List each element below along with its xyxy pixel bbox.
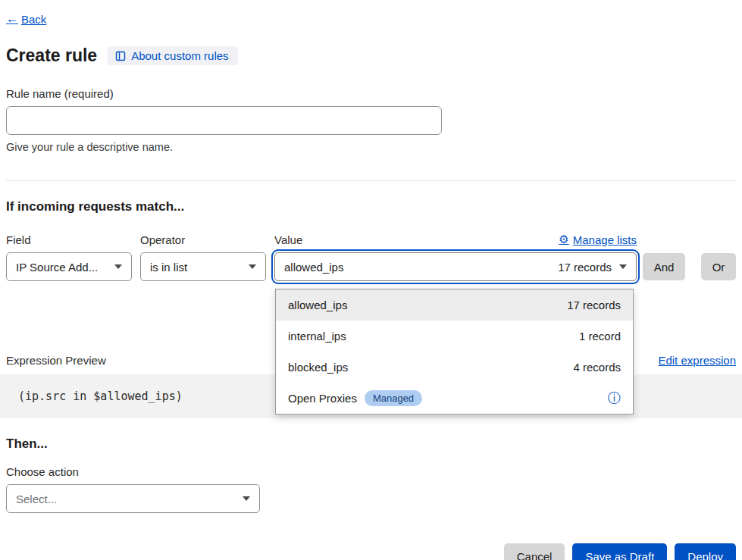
field-select-value: IP Source Add...: [16, 261, 107, 274]
back-link[interactable]: ← Back: [6, 12, 46, 26]
then-section-title: Then...: [6, 436, 736, 452]
value-select-records: 17 records: [558, 261, 612, 274]
choose-action-label: Choose action: [6, 465, 736, 478]
back-arrow-icon: ←: [6, 12, 18, 26]
list-item-blocked-ips[interactable]: blocked_ips 4 records: [276, 352, 633, 383]
footer-actions: Cancel Save as Draft Deploy: [6, 543, 736, 560]
list-item-name: allowed_ips: [288, 299, 347, 311]
list-item-internal-ips[interactable]: internal_ips 1 record: [276, 321, 633, 352]
match-section-title: If incoming requests match...: [6, 199, 736, 214]
chevron-down-icon: [249, 264, 256, 269]
manage-lists-link[interactable]: ⚙ Manage lists: [559, 233, 637, 246]
manage-lists-label: Manage lists: [573, 233, 637, 246]
list-item-detail: 17 records: [567, 299, 621, 311]
managed-badge: Managed: [365, 390, 422, 406]
list-item-allowed-ips[interactable]: allowed_ips 17 records: [276, 289, 633, 321]
list-item-detail: 4 records: [573, 361, 621, 374]
rule-name-helper: Give your rule a descriptive name.: [6, 141, 736, 153]
list-item-name: internal_ips: [288, 330, 346, 343]
book-icon: [115, 51, 126, 61]
value-select-wrap: allowed_ips 17 records allowed_ips 17 re…: [274, 252, 637, 281]
rule-name-label: Rule name (required): [6, 87, 736, 100]
operator-label: Operator: [140, 233, 266, 246]
list-item-name: blocked_ips: [288, 361, 348, 374]
gear-icon: ⚙: [559, 233, 568, 246]
list-item-detail: 1 record: [579, 330, 621, 343]
field-label: Field: [6, 233, 132, 246]
action-select[interactable]: Select...: [6, 484, 260, 513]
value-select[interactable]: allowed_ips 17 records: [274, 252, 637, 281]
back-row: ← Back: [6, 12, 736, 26]
and-button[interactable]: And: [643, 253, 685, 280]
expression-preview-label: Expression Preview: [6, 354, 106, 367]
operator-select-value: is in list: [150, 261, 241, 274]
edit-expression-link[interactable]: Edit expression: [658, 354, 736, 367]
value-select-value: allowed_ips: [284, 261, 549, 274]
operator-select[interactable]: is in list: [140, 252, 266, 281]
about-custom-rules-link[interactable]: About custom rules: [108, 46, 237, 65]
match-labels-row: Field Operator Value ⚙ Manage lists: [6, 233, 736, 246]
chevron-down-icon: [114, 264, 122, 269]
section-divider: [6, 180, 736, 181]
field-select[interactable]: IP Source Add...: [6, 252, 132, 281]
value-label: Value: [274, 233, 302, 246]
rule-name-input[interactable]: [6, 106, 442, 135]
deploy-button[interactable]: Deploy: [675, 543, 736, 560]
cancel-button[interactable]: Cancel: [504, 543, 565, 560]
list-item-name: Open Proxies: [288, 392, 357, 405]
about-custom-rules-label: About custom rules: [131, 49, 228, 62]
title-row: Create rule About custom rules: [6, 45, 736, 66]
info-icon[interactable]: ⓘ: [608, 392, 621, 405]
create-rule-page: ← Back Create rule About custom rules Ru…: [0, 0, 742, 560]
save-as-draft-button[interactable]: Save as Draft: [572, 543, 667, 560]
back-label: Back: [21, 13, 46, 26]
expression-code-text: (ip.src in $allowed_ips): [18, 389, 183, 403]
or-button[interactable]: Or: [701, 253, 736, 280]
chevron-down-icon: [619, 264, 627, 269]
page-title: Create rule: [6, 45, 97, 66]
action-select-placeholder: Select...: [16, 493, 235, 505]
value-dropdown-menu: allowed_ips 17 records internal_ips 1 re…: [275, 289, 634, 415]
match-controls-row: IP Source Add... is in list allowed_ips …: [6, 252, 736, 281]
list-item-open-proxies[interactable]: Open Proxies Managed ⓘ: [276, 383, 633, 414]
chevron-down-icon: [243, 496, 250, 501]
